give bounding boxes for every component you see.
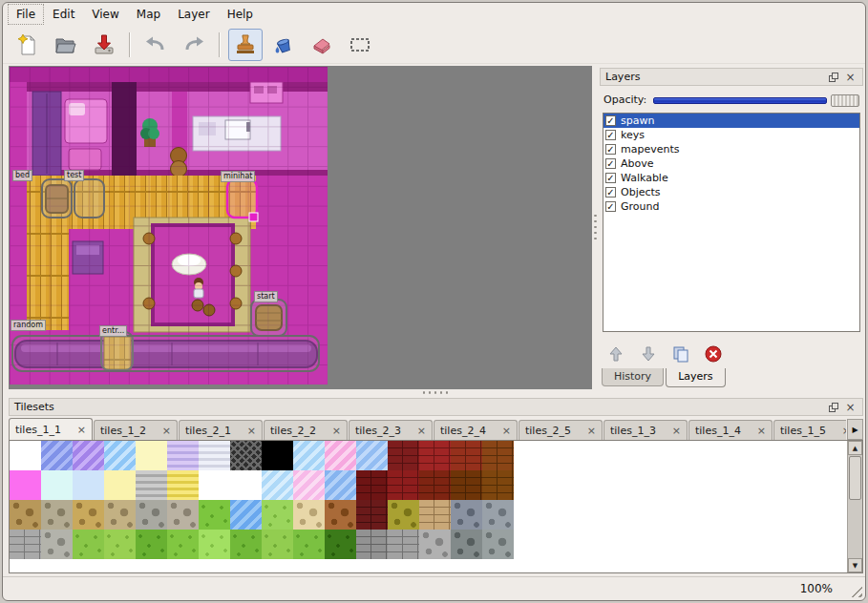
map-object-label-1[interactable]: test	[64, 170, 84, 181]
palette-tile-2-11[interactable]	[356, 500, 388, 530]
map-object-label-4[interactable]: random	[11, 320, 46, 331]
palette-tile-1-12[interactable]	[388, 470, 419, 500]
map-canvas[interactable]: bedtestminihatstartrandomentr...	[10, 67, 328, 385]
palette-tile-2-3[interactable]	[104, 500, 136, 530]
layer-row-Walkable[interactable]: ✓Walkable	[603, 171, 859, 185]
layer-visibility-checkbox[interactable]: ✓	[605, 144, 616, 155]
layer-visibility-checkbox[interactable]: ✓	[605, 130, 616, 140]
palette-tile-2-1[interactable]	[41, 500, 73, 530]
layers-close-button[interactable]: ×	[843, 70, 857, 84]
palette-tile-2-7[interactable]	[230, 500, 262, 530]
palette-tile-2-4[interactable]	[136, 500, 167, 530]
tab-close-icon[interactable]: ×	[502, 425, 511, 437]
palette-tile-0-4[interactable]	[136, 441, 167, 470]
palette-tile-1-13[interactable]	[419, 470, 451, 500]
resize-grip[interactable]	[850, 585, 862, 597]
tab-close-icon[interactable]: ×	[162, 425, 171, 437]
palette-tile-3-15[interactable]	[482, 530, 514, 559]
tileset-tab-tiles_1_3[interactable]: tiles_1_3×	[603, 420, 688, 440]
undo-button[interactable]	[138, 29, 173, 61]
duplicate-layer-button[interactable]	[670, 343, 691, 364]
map-object-label-5[interactable]: entr...	[99, 325, 127, 337]
tilesets-float-button[interactable]	[826, 400, 840, 414]
bucket-fill-button[interactable]	[266, 29, 301, 61]
palette-tile-0-13[interactable]	[419, 441, 451, 470]
palette-tile-1-2[interactable]	[73, 470, 104, 500]
scroll-up-button[interactable]: ▲	[848, 441, 862, 455]
palette-tile-1-11[interactable]	[356, 470, 388, 500]
tileset-tab-tiles_2_1[interactable]: tiles_2_1×	[179, 420, 263, 440]
open-button[interactable]	[49, 29, 83, 61]
map-object-label-2[interactable]: minihat	[221, 171, 255, 182]
palette-tile-3-8[interactable]	[262, 530, 293, 559]
palette-tile-0-15[interactable]	[482, 441, 514, 470]
palette-tile-1-4[interactable]	[136, 470, 167, 500]
palette-tile-0-0[interactable]	[10, 441, 41, 470]
palette-tile-0-11[interactable]	[356, 441, 388, 470]
palette-tile-3-9[interactable]	[293, 530, 325, 559]
save-button[interactable]	[87, 29, 121, 61]
tab-close-icon[interactable]: ×	[332, 425, 341, 437]
opacity-slider-handle[interactable]	[831, 94, 859, 107]
palette-tile-1-8[interactable]	[262, 470, 293, 500]
palette-tile-0-10[interactable]	[325, 441, 356, 470]
tileset-tab-tiles_1_5[interactable]: tiles_1_5×	[773, 420, 846, 440]
tileset-tab-tiles_2_5[interactable]: tiles_2_5×	[519, 420, 603, 440]
opacity-slider[interactable]	[653, 93, 859, 108]
palette-tile-0-2[interactable]	[73, 441, 104, 470]
layers-float-button[interactable]	[826, 70, 840, 84]
tab-close-icon[interactable]: ×	[672, 425, 681, 437]
tile-palette-grid[interactable]	[10, 441, 514, 559]
palette-tile-1-0[interactable]	[10, 470, 41, 500]
palette-tile-3-4[interactable]	[136, 530, 167, 559]
eraser-button[interactable]	[305, 29, 339, 61]
palette-tile-3-11[interactable]	[356, 530, 388, 559]
palette-tile-3-7[interactable]	[230, 530, 262, 559]
palette-tile-3-10[interactable]	[325, 530, 356, 559]
palette-tile-1-14[interactable]	[451, 470, 482, 500]
dock-tab-history[interactable]: History	[602, 368, 664, 386]
layer-row-spawn[interactable]: ✓spawn	[603, 114, 859, 128]
palette-tile-0-7[interactable]	[230, 441, 262, 470]
rect-select-button[interactable]	[343, 29, 377, 61]
horizontal-splitter[interactable]	[7, 389, 865, 396]
palette-tile-0-3[interactable]	[104, 441, 136, 470]
layer-row-Above[interactable]: ✓Above	[603, 156, 859, 171]
palette-tile-2-5[interactable]	[167, 500, 199, 530]
palette-tile-0-9[interactable]	[293, 441, 325, 470]
palette-tile-2-12[interactable]	[388, 500, 419, 530]
palette-scrollbar[interactable]: ▲ ▼	[847, 441, 862, 572]
menu-map[interactable]: Map	[128, 4, 169, 25]
menu-view[interactable]: View	[83, 4, 127, 25]
scroll-down-button[interactable]: ▼	[848, 558, 862, 572]
palette-tile-0-12[interactable]	[388, 441, 419, 470]
layer-row-Objects[interactable]: ✓Objects	[603, 185, 859, 199]
palette-tile-2-13[interactable]	[419, 500, 451, 530]
palette-tile-3-2[interactable]	[73, 530, 104, 559]
layer-visibility-checkbox[interactable]: ✓	[605, 173, 616, 183]
map-view[interactable]: bedtestminihatstartrandomentr...	[9, 66, 592, 389]
palette-tile-3-14[interactable]	[451, 530, 482, 559]
palette-tile-1-5[interactable]	[167, 470, 199, 500]
layer-row-keys[interactable]: ✓keys	[603, 128, 859, 142]
layer-visibility-checkbox[interactable]: ✓	[605, 201, 616, 212]
palette-tile-1-7[interactable]	[230, 470, 262, 500]
layer-visibility-checkbox[interactable]: ✓	[605, 115, 616, 126]
tab-close-icon[interactable]: ×	[247, 425, 256, 437]
tab-close-icon[interactable]: ×	[417, 425, 426, 437]
palette-tile-1-15[interactable]	[482, 470, 514, 500]
palette-tile-2-15[interactable]	[482, 500, 514, 530]
lower-layer-button[interactable]	[638, 343, 659, 364]
scrollbar-thumb[interactable]	[849, 456, 861, 500]
new-map-button[interactable]	[11, 29, 45, 61]
palette-tile-3-0[interactable]	[10, 530, 41, 559]
palette-tile-2-6[interactable]	[199, 500, 230, 530]
tab-close-icon[interactable]: ×	[587, 425, 596, 437]
tab-scroll-right-button[interactable]: ▶	[847, 419, 863, 440]
map-object-label-0[interactable]: bed	[12, 170, 32, 181]
palette-tile-3-5[interactable]	[167, 530, 199, 559]
tileset-tab-tiles_1_1[interactable]: tiles_1_1×	[9, 418, 93, 440]
tileset-tab-tiles_2_3[interactable]: tiles_2_3×	[349, 420, 433, 440]
palette-tile-0-8[interactable]	[262, 441, 293, 470]
tileset-tab-tiles_2_4[interactable]: tiles_2_4×	[434, 420, 518, 440]
